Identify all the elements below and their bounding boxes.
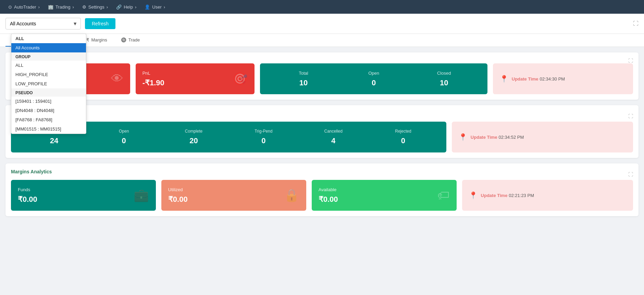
open-value: 0 — [339, 78, 409, 87]
orders-update-time-card: 📍 Update Time 02:34:52 PM — [452, 122, 633, 152]
nav-user[interactable]: 👤 User › — [142, 3, 168, 11]
orders-section: Orders Analytics ⛶ Total 24 Open 0 Compl… — [5, 105, 639, 158]
dropdown-item-all-accounts[interactable]: All Accounts — [11, 43, 86, 52]
trade-tab-icon: 🔘 — [121, 37, 126, 42]
positions-expand-icon[interactable]: ⛶ — [628, 58, 633, 63]
dropdown-group-group: GROUP — [11, 52, 86, 61]
open-col: Open 0 — [339, 71, 409, 87]
available-label: Available — [319, 187, 338, 192]
nav-chevron-settings: › — [107, 4, 108, 10]
header-expand-icon[interactable]: ⛶ — [633, 21, 639, 27]
dropdown-item-dn4048[interactable]: [DN4048 : DN4048] — [11, 106, 86, 115]
dropdown-group-pseudo: PSEUDO — [11, 88, 86, 97]
orders-open-col: Open 0 — [89, 129, 159, 145]
positions-update-time-icon: 📍 — [500, 75, 508, 83]
dropdown-item-all[interactable]: ALL — [11, 34, 86, 43]
nav-settings[interactable]: ⚙ Settings › — [79, 3, 111, 11]
dropdown-item-low-profile[interactable]: LOW_PROFILE — [11, 79, 86, 88]
margins-update-time-value: 02:21:23 PM — [509, 193, 534, 198]
pnl-label: PnL — [143, 71, 164, 76]
total-col: Total 10 — [268, 71, 338, 87]
main-content: ⛶ MTM -₹1.90 👁 PnL -₹1.90 🎯 — [0, 47, 644, 222]
orders-complete-label: Complete — [159, 129, 229, 134]
tab-trade[interactable]: 🔘 Trade — [114, 34, 147, 47]
nav-trading[interactable]: 🏢 Trading › — [45, 3, 77, 11]
orders-section-header: Orders Analytics ⛶ — [11, 111, 633, 122]
orders-cancelled-label: Cancelled — [298, 129, 368, 134]
available-value: ₹0.00 — [319, 195, 338, 204]
margins-update-time-icon: 📍 — [469, 191, 478, 199]
margins-update-time-card: 📍 Update Time 02:21:23 PM — [462, 180, 633, 211]
nav-chevron-trading: › — [73, 4, 74, 10]
orders-rejected-value: 0 — [368, 136, 438, 145]
account-dropdown[interactable]: ALL All Accounts GROUP ALL HIGH_PROFILE … — [11, 34, 86, 134]
pnl-value: -₹1.90 — [143, 78, 164, 87]
margins-section-header: Margins Analytics ⛶ — [11, 169, 633, 180]
orders-cancelled-value: 4 — [298, 136, 368, 145]
autotrader-icon: ⊙ — [8, 4, 12, 10]
margins-update-time-label: Update Time — [481, 193, 508, 198]
header-area: All Accounts ▼ ALL All Accounts GROUP AL… — [0, 14, 644, 34]
orders-update-time-label: Update Time — [471, 135, 497, 140]
funds-card: Funds ₹0.00 💼 — [11, 180, 156, 211]
closed-value: 10 — [409, 78, 479, 87]
refresh-button[interactable]: Refresh — [85, 18, 115, 29]
positions-section: ⛶ MTM -₹1.90 👁 PnL -₹1.90 🎯 — [5, 52, 639, 100]
orders-expand-icon[interactable]: ⛶ — [628, 113, 633, 119]
help-icon: 🔗 — [116, 4, 122, 10]
orders-cards: Total 24 Open 0 Complete 20 Trig-Pend 0 … — [11, 122, 633, 152]
positions-cards: MTM -₹1.90 👁 PnL -₹1.90 🎯 Total 10 — [11, 63, 633, 94]
nav-chevron-autotrader: › — [38, 4, 40, 10]
total-label: Total — [268, 71, 338, 76]
tabs-area: 📊 Positions 📋 Orders ₹ Margins 🔘 Trade — [0, 34, 644, 47]
orders-open-label: Open — [89, 129, 159, 134]
account-select[interactable]: All Accounts — [5, 18, 81, 29]
open-label: Open — [339, 71, 409, 76]
account-select-wrapper[interactable]: All Accounts ▼ ALL All Accounts GROUP AL… — [5, 18, 81, 29]
settings-icon: ⚙ — [82, 4, 86, 10]
margins-title: Margins Analytics — [11, 169, 52, 174]
orders-complete-value: 20 — [159, 136, 229, 145]
orders-update-time-value: 02:34:52 PM — [499, 135, 524, 140]
dropdown-item-fa8768[interactable]: [FA8768 : FA8768] — [11, 115, 86, 124]
closed-label: Closed — [409, 71, 479, 76]
margins-tab-icon: ₹ — [86, 37, 89, 42]
positions-section-header: ⛶ — [11, 58, 633, 63]
orders-open-value: 0 — [89, 136, 159, 145]
orders-total-value: 24 — [19, 136, 89, 145]
dropdown-item-mm01515[interactable]: [MM01515 : MM01515] — [11, 124, 86, 134]
orders-cancelled-col: Cancelled 4 — [298, 129, 368, 145]
utilized-icon: 🔒 — [284, 188, 299, 202]
dropdown-item-all-group[interactable]: ALL — [11, 61, 86, 70]
navbar: ⊙ AutoTrader › 🏢 Trading › ⚙ Settings › … — [0, 0, 644, 14]
nav-autotrader[interactable]: ⊙ AutoTrader › — [5, 3, 42, 11]
margins-cards: Funds ₹0.00 💼 Utilized ₹0.00 🔒 Available… — [11, 180, 633, 211]
closed-col: Closed 10 — [409, 71, 479, 87]
funds-icon: 💼 — [134, 188, 149, 202]
positions-update-time-value: 02:34:30 PM — [540, 76, 565, 82]
orders-update-time-icon: 📍 — [459, 133, 467, 141]
pnl-card: PnL -₹1.90 🎯 — [136, 63, 255, 94]
dropdown-item-159401[interactable]: [159401 : 159401] — [11, 97, 86, 106]
orders-complete-col: Complete 20 — [159, 129, 229, 145]
orders-rejected-label: Rejected — [368, 129, 438, 134]
margins-expand-icon[interactable]: ⛶ — [628, 172, 633, 177]
available-icon: 🏷 — [437, 188, 450, 202]
orders-trig-value: 0 — [228, 136, 298, 145]
mtm-icon: 👁 — [111, 72, 123, 86]
positions-totals-card: Total 10 Open 0 Closed 10 — [260, 63, 487, 94]
funds-label: Funds — [18, 187, 37, 192]
nav-chevron-help: › — [135, 4, 136, 10]
utilized-card: Utilized ₹0.00 🔒 — [161, 180, 306, 211]
nav-help[interactable]: 🔗 Help › — [113, 3, 139, 11]
pnl-icon: 🎯 — [232, 72, 248, 86]
nav-chevron-user: › — [164, 4, 165, 10]
trading-icon: 🏢 — [48, 4, 53, 10]
orders-trig-label: Trig-Pend — [228, 129, 298, 134]
margins-section: Margins Analytics ⛶ Funds ₹0.00 💼 Utiliz… — [5, 163, 639, 216]
dropdown-item-high-profile[interactable]: HIGH_PROFILE — [11, 70, 86, 79]
available-card: Available ₹0.00 🏷 — [312, 180, 457, 211]
total-value: 10 — [268, 78, 338, 87]
orders-rejected-col: Rejected 0 — [368, 129, 438, 145]
utilized-value: ₹0.00 — [168, 195, 188, 204]
